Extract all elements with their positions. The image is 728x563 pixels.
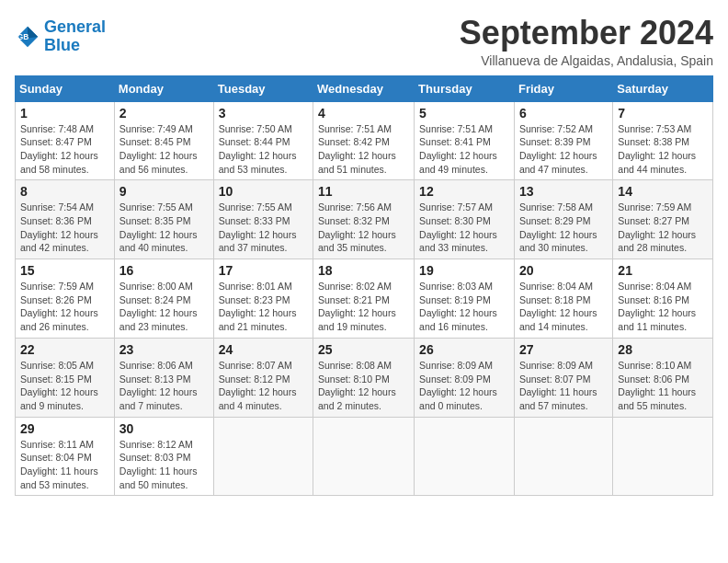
day-number: 13 xyxy=(519,184,608,199)
calendar-cell: 26Sunrise: 8:09 AMSunset: 8:09 PMDayligh… xyxy=(415,338,515,417)
day-number: 14 xyxy=(618,184,708,199)
calendar-cell: 5Sunrise: 7:51 AMSunset: 8:41 PMDaylight… xyxy=(415,101,515,180)
day-info: Sunrise: 7:50 AMSunset: 8:44 PMDaylight:… xyxy=(219,122,308,177)
calendar-cell: 15Sunrise: 7:59 AMSunset: 8:26 PMDayligh… xyxy=(16,259,115,339)
calendar-cell: 29Sunrise: 8:11 AMSunset: 8:04 PMDayligh… xyxy=(16,417,115,496)
calendar-cell: 14Sunrise: 7:59 AMSunset: 8:27 PMDayligh… xyxy=(613,180,713,259)
day-number: 21 xyxy=(618,263,708,278)
day-info: Sunrise: 8:12 AMSunset: 8:03 PMDaylight:… xyxy=(119,438,209,492)
calendar-cell: 22Sunrise: 8:05 AMSunset: 8:15 PMDayligh… xyxy=(16,338,115,417)
page-header: GB General Blue September 2024 Villanuev… xyxy=(15,15,713,68)
day-number: 20 xyxy=(519,263,608,278)
day-number: 17 xyxy=(219,263,308,278)
day-info: Sunrise: 7:59 AMSunset: 8:27 PMDaylight:… xyxy=(618,201,708,255)
calendar-cell: 4Sunrise: 7:51 AMSunset: 8:42 PMDaylight… xyxy=(313,101,415,180)
day-info: Sunrise: 7:59 AMSunset: 8:26 PMDaylight:… xyxy=(20,280,109,334)
day-number: 6 xyxy=(519,106,608,121)
day-number: 2 xyxy=(119,106,209,121)
calendar-cell: 23Sunrise: 8:06 AMSunset: 8:13 PMDayligh… xyxy=(114,338,213,417)
calendar-cell: 8Sunrise: 7:54 AMSunset: 8:36 PMDaylight… xyxy=(16,180,115,259)
calendar-cell: 13Sunrise: 7:58 AMSunset: 8:29 PMDayligh… xyxy=(514,180,612,259)
calendar-week-row: 1Sunrise: 7:48 AMSunset: 8:47 PMDaylight… xyxy=(16,101,713,180)
day-info: Sunrise: 8:11 AMSunset: 8:04 PMDaylight:… xyxy=(20,438,109,492)
day-number: 28 xyxy=(618,342,708,357)
calendar-cell: 28Sunrise: 8:10 AMSunset: 8:06 PMDayligh… xyxy=(613,338,713,417)
header-cell-saturday: Saturday xyxy=(613,75,713,101)
header-cell-friday: Friday xyxy=(514,75,612,101)
calendar-cell: 30Sunrise: 8:12 AMSunset: 8:03 PMDayligh… xyxy=(114,417,213,496)
logo-icon: GB xyxy=(15,24,40,50)
day-info: Sunrise: 8:04 AMSunset: 8:16 PMDaylight:… xyxy=(618,280,708,334)
day-info: Sunrise: 8:00 AMSunset: 8:24 PMDaylight:… xyxy=(119,280,209,334)
day-number: 11 xyxy=(318,184,409,199)
calendar-cell: 17Sunrise: 8:01 AMSunset: 8:23 PMDayligh… xyxy=(213,259,313,339)
day-info: Sunrise: 8:09 AMSunset: 8:07 PMDaylight:… xyxy=(519,359,608,413)
day-info: Sunrise: 8:04 AMSunset: 8:18 PMDaylight:… xyxy=(519,280,608,334)
day-number: 10 xyxy=(219,184,308,199)
calendar-cell: 9Sunrise: 7:55 AMSunset: 8:35 PMDaylight… xyxy=(114,180,213,259)
day-info: Sunrise: 7:53 AMSunset: 8:38 PMDaylight:… xyxy=(618,122,708,177)
day-info: Sunrise: 8:02 AMSunset: 8:21 PMDaylight:… xyxy=(318,280,409,334)
logo: GB General Blue xyxy=(15,18,106,55)
calendar-cell xyxy=(415,417,515,496)
day-number: 30 xyxy=(119,421,209,436)
day-number: 16 xyxy=(119,263,209,278)
day-info: Sunrise: 7:51 AMSunset: 8:41 PMDaylight:… xyxy=(419,122,509,177)
calendar-week-row: 15Sunrise: 7:59 AMSunset: 8:26 PMDayligh… xyxy=(16,259,713,339)
day-info: Sunrise: 8:03 AMSunset: 8:19 PMDaylight:… xyxy=(419,280,509,334)
day-number: 4 xyxy=(318,106,409,121)
calendar-cell xyxy=(514,417,612,496)
calendar-cell: 25Sunrise: 8:08 AMSunset: 8:10 PMDayligh… xyxy=(313,338,415,417)
calendar-cell: 10Sunrise: 7:55 AMSunset: 8:33 PMDayligh… xyxy=(213,180,313,259)
calendar-cell: 21Sunrise: 8:04 AMSunset: 8:16 PMDayligh… xyxy=(613,259,713,339)
day-number: 9 xyxy=(119,184,209,199)
day-number: 19 xyxy=(419,263,509,278)
day-number: 24 xyxy=(219,342,308,357)
day-number: 15 xyxy=(20,263,109,278)
calendar-cell: 6Sunrise: 7:52 AMSunset: 8:39 PMDaylight… xyxy=(514,101,612,180)
month-title: September 2024 xyxy=(460,15,713,52)
calendar-cell: 24Sunrise: 8:07 AMSunset: 8:12 PMDayligh… xyxy=(213,338,313,417)
day-number: 18 xyxy=(318,263,409,278)
header-cell-monday: Monday xyxy=(114,75,213,101)
calendar-week-row: 29Sunrise: 8:11 AMSunset: 8:04 PMDayligh… xyxy=(16,417,713,496)
calendar-cell: 1Sunrise: 7:48 AMSunset: 8:47 PMDaylight… xyxy=(16,101,115,180)
calendar-week-row: 22Sunrise: 8:05 AMSunset: 8:15 PMDayligh… xyxy=(16,338,713,417)
calendar-cell: 11Sunrise: 7:56 AMSunset: 8:32 PMDayligh… xyxy=(313,180,415,259)
calendar-cell: 19Sunrise: 8:03 AMSunset: 8:19 PMDayligh… xyxy=(415,259,515,339)
day-number: 1 xyxy=(20,106,109,121)
calendar-cell: 18Sunrise: 8:02 AMSunset: 8:21 PMDayligh… xyxy=(313,259,415,339)
calendar-cell: 7Sunrise: 7:53 AMSunset: 8:38 PMDaylight… xyxy=(613,101,713,180)
day-info: Sunrise: 8:08 AMSunset: 8:10 PMDaylight:… xyxy=(318,359,409,413)
calendar-cell xyxy=(213,417,313,496)
calendar-cell xyxy=(313,417,415,496)
day-info: Sunrise: 7:56 AMSunset: 8:32 PMDaylight:… xyxy=(318,201,409,255)
calendar-cell: 20Sunrise: 8:04 AMSunset: 8:18 PMDayligh… xyxy=(514,259,612,339)
logo-text: General Blue xyxy=(44,18,106,55)
calendar-table: SundayMondayTuesdayWednesdayThursdayFrid… xyxy=(15,75,713,497)
day-number: 26 xyxy=(419,342,509,357)
day-info: Sunrise: 7:49 AMSunset: 8:45 PMDaylight:… xyxy=(119,122,209,177)
calendar-week-row: 8Sunrise: 7:54 AMSunset: 8:36 PMDaylight… xyxy=(16,180,713,259)
day-number: 29 xyxy=(20,421,109,436)
day-info: Sunrise: 8:09 AMSunset: 8:09 PMDaylight:… xyxy=(419,359,509,413)
svg-text:GB: GB xyxy=(17,32,29,41)
day-info: Sunrise: 8:06 AMSunset: 8:13 PMDaylight:… xyxy=(119,359,209,413)
day-info: Sunrise: 7:48 AMSunset: 8:47 PMDaylight:… xyxy=(20,122,109,177)
day-info: Sunrise: 7:57 AMSunset: 8:30 PMDaylight:… xyxy=(419,201,509,255)
header-cell-tuesday: Tuesday xyxy=(213,75,313,101)
title-block: September 2024 Villanueva de Algaidas, A… xyxy=(460,15,713,68)
location-subtitle: Villanueva de Algaidas, Andalusia, Spain xyxy=(460,53,713,68)
day-info: Sunrise: 7:52 AMSunset: 8:39 PMDaylight:… xyxy=(519,122,608,177)
calendar-body: 1Sunrise: 7:48 AMSunset: 8:47 PMDaylight… xyxy=(16,101,713,496)
day-info: Sunrise: 7:54 AMSunset: 8:36 PMDaylight:… xyxy=(20,201,109,255)
header-cell-wednesday: Wednesday xyxy=(313,75,415,101)
calendar-cell: 27Sunrise: 8:09 AMSunset: 8:07 PMDayligh… xyxy=(514,338,612,417)
svg-marker-1 xyxy=(28,27,38,39)
calendar-cell: 3Sunrise: 7:50 AMSunset: 8:44 PMDaylight… xyxy=(213,101,313,180)
day-number: 5 xyxy=(419,106,509,121)
calendar-cell: 16Sunrise: 8:00 AMSunset: 8:24 PMDayligh… xyxy=(114,259,213,339)
day-info: Sunrise: 7:55 AMSunset: 8:33 PMDaylight:… xyxy=(219,201,308,255)
day-number: 22 xyxy=(20,342,109,357)
day-info: Sunrise: 8:01 AMSunset: 8:23 PMDaylight:… xyxy=(219,280,308,334)
